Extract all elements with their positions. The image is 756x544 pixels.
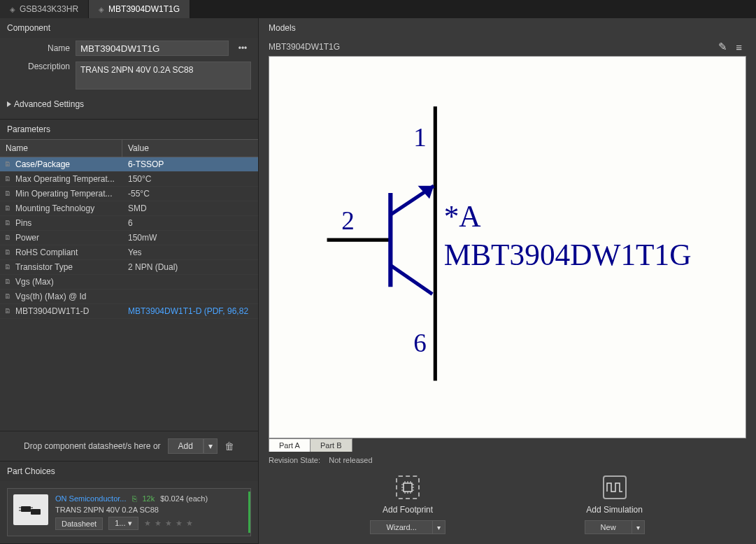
param-value: 2 NPN (Dual) [122, 260, 258, 274]
part-image [13, 494, 48, 525]
param-value: 6-TSSOP [122, 157, 258, 171]
part-desc: TRANS 2NPN 40V 0.2A SC88 [55, 506, 245, 514]
doc-icon: 🗎 [4, 219, 11, 227]
more-button[interactable]: 1... ▾ [108, 517, 138, 530]
param-value [122, 289, 258, 303]
desc-input[interactable]: TRANS 2NPN 40V 0.2A SC88 [76, 62, 251, 90]
simulation-icon [603, 475, 627, 499]
param-value [122, 275, 258, 289]
tab-label: MBT3904DW1T1G [108, 4, 180, 14]
doc-icon: 🗎 [4, 278, 11, 285]
menu-icon[interactable]: ≡ [732, 41, 746, 53]
doc-icon: 🗎 [4, 204, 11, 212]
model-name: MBT3904DW1T1G [269, 42, 714, 52]
wizard-dropdown[interactable]: ▾ [433, 520, 445, 534]
doc-icon: 🗎 [4, 307, 11, 315]
rating-stars[interactable]: ★ ★ ★ ★ ★ [144, 519, 194, 528]
param-name: 🗎MBT3904DW1T1-D [0, 304, 122, 318]
table-header: Name Value [0, 139, 258, 157]
doc-icon: 🗎 [4, 175, 11, 182]
datasheet-button[interactable]: Datasheet [55, 517, 103, 530]
doc-icon: 🗎 [4, 160, 11, 168]
table-row[interactable]: 🗎MBT3904DW1T1-DMBT3904DW1T1-D (PDF, 96,8… [0, 304, 258, 319]
table-row[interactable]: 🗎RoHS CompliantYes [0, 245, 258, 260]
name-input[interactable] [76, 41, 229, 56]
schematic-part-tabs: Part A Part B [269, 438, 746, 452]
drop-area: Drop component datasheet/s here or Add ▾… [0, 431, 258, 461]
wizard-button[interactable]: Wizard... [370, 520, 432, 534]
tab-gsb343k33hr[interactable]: ◈ GSB343K33HR [0, 0, 89, 18]
param-name: 🗎Min Operating Temperat... [0, 187, 122, 201]
new-simulation-dropdown[interactable]: ▾ [632, 520, 645, 534]
table-row[interactable]: 🗎Pins6 [0, 216, 258, 231]
name-more-button[interactable]: ••• [234, 43, 251, 53]
desc-label: Description [7, 62, 70, 71]
stock-icon: ⎘ [132, 494, 137, 503]
table-row[interactable]: 🗎Vgs(th) (Max) @ Id [0, 289, 258, 304]
tab-mbt3904dw1t1g[interactable]: ◈ MBT3904DW1T1G [89, 0, 190, 18]
table-row[interactable]: 🗎Vgs (Max) [0, 275, 258, 289]
stock-qty: 12k [143, 494, 155, 503]
edit-icon[interactable]: ✎ [714, 41, 732, 53]
param-name: 🗎Power [0, 231, 122, 245]
svg-rect-0 [21, 506, 31, 512]
add-parameter-button[interactable]: Add ▾ [168, 438, 217, 454]
models-heading: Models [259, 18, 756, 38]
doc-icon: 🗎 [4, 263, 11, 271]
col-value[interactable]: Value [122, 140, 155, 157]
table-row[interactable]: 🗎Max Operating Temperat...150°C [0, 172, 258, 187]
parameters-heading: Parameters [0, 120, 258, 139]
param-value: Yes [122, 245, 258, 259]
pin-2-label: 2 [341, 206, 355, 235]
doc-icon: 🗎 [4, 189, 11, 197]
schematic-preview[interactable]: 1 2 6 *A MBT3904DW1T1G [269, 56, 746, 438]
parameters-panel: Parameters Name Value 🗎Case/Package6-TSS… [0, 120, 258, 461]
add-footprint-action: Add Footprint Wizard... ▾ [370, 475, 445, 534]
price: $0.024 (each) [160, 494, 208, 503]
add-simulation-label: Add Simulation [586, 505, 643, 515]
component-heading: Component [0, 18, 258, 38]
doc-icon: 🗎 [4, 234, 11, 241]
component-panel: Component Name ••• Description TRANS 2NP… [0, 18, 258, 120]
svg-line-11 [390, 265, 432, 294]
table-row[interactable]: 🗎Mounting TechnologySMD [0, 201, 258, 216]
partname-label: MBT3904DW1T1G [444, 238, 692, 271]
col-name[interactable]: Name [0, 140, 122, 157]
param-name: 🗎Mounting Technology [0, 201, 122, 215]
trash-icon[interactable]: 🗑 [224, 441, 234, 452]
revision-state: Revision State: Not released [259, 452, 756, 471]
part-choices-heading: Part Choices [0, 461, 258, 481]
revision-label: Revision State: [269, 456, 320, 464]
new-simulation-button[interactable]: New [585, 520, 632, 534]
tab-part-a[interactable]: Part A [269, 438, 311, 452]
chevron-down-icon[interactable]: ▾ [204, 438, 217, 454]
table-row[interactable]: 🗎Case/Package6-TSSOP [0, 157, 258, 172]
param-value: 150mW [122, 231, 258, 245]
param-name: 🗎RoHS Compliant [0, 245, 122, 259]
table-row[interactable]: 🗎Min Operating Temperat...-55°C [0, 187, 258, 201]
part-choice-card[interactable]: ON Semiconductor... ⎘ 12k $0.024 (each) … [7, 488, 251, 536]
tab-part-b[interactable]: Part B [310, 438, 352, 452]
doc-icon: 🗎 [4, 292, 11, 300]
param-name: 🗎Vgs (Max) [0, 275, 122, 289]
chip-icon: ◈ [10, 6, 15, 13]
manufacturer[interactable]: ON Semiconductor... [55, 494, 127, 503]
param-value: SMD [122, 201, 258, 215]
param-value[interactable]: MBT3904DW1T1-D (PDF, 96,82 [122, 304, 258, 318]
doc-icon: 🗎 [4, 248, 11, 256]
param-value: -55°C [122, 187, 258, 201]
footprint-icon [396, 475, 420, 499]
param-value: 150°C [122, 172, 258, 186]
models-panel: Models MBT3904DW1T1G ✎ ≡ 1 2 6 *A MBT390… [259, 18, 756, 544]
add-simulation-action: Add Simulation New ▾ [585, 475, 645, 534]
chip-icon: ◈ [99, 6, 104, 13]
param-value: 6 [122, 216, 258, 230]
advanced-label: Advanced Settings [14, 99, 84, 109]
param-name: 🗎Max Operating Temperat... [0, 172, 122, 186]
table-row[interactable]: 🗎Transistor Type2 NPN (Dual) [0, 260, 258, 275]
svg-rect-1 [31, 509, 41, 515]
add-button-label: Add [168, 438, 204, 454]
table-row[interactable]: 🗎Power150mW [0, 231, 258, 245]
document-tabs: ◈ GSB343K33HR ◈ MBT3904DW1T1G [0, 0, 756, 18]
advanced-settings-toggle[interactable]: Advanced Settings [0, 92, 258, 119]
